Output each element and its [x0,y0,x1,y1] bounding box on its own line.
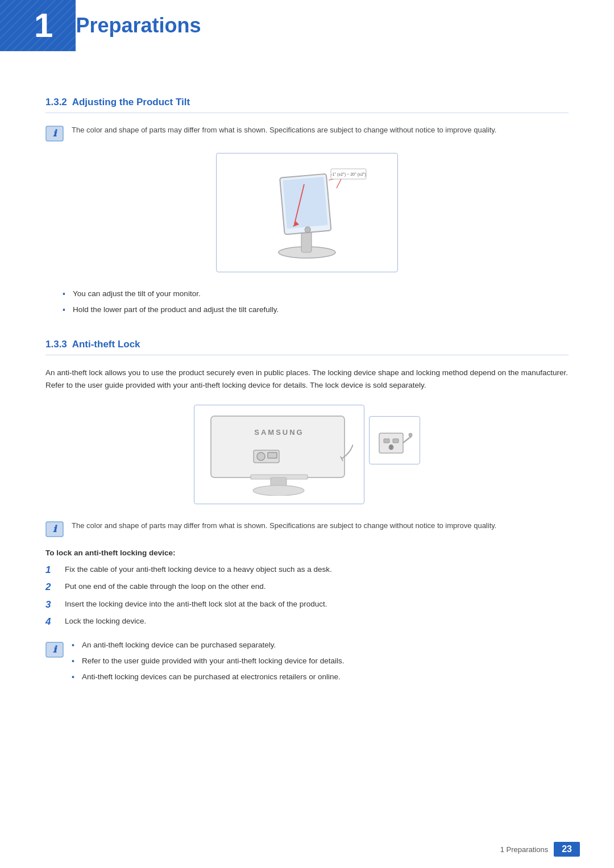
antitheft-lock-box [369,416,420,464]
antitheft-lock-svg [375,422,414,459]
antitheft-monitor-svg: SAMSUNG [205,413,353,496]
lock-steps: 1 Fix the cable of your anti-theft locki… [45,564,569,628]
step-text-4: Lock the locking device. [65,616,146,627]
footer-page-number: 23 [554,842,580,857]
note-icon-final: ℹ [45,642,64,658]
lock-heading: To lock an anti-theft locking device: [45,549,569,557]
svg-point-16 [257,452,265,460]
final-note: ℹ An anti-theft locking device can be pu… [45,639,569,697]
antitheft-body: An anti-theft lock allows you to use the… [45,367,569,393]
section-132-title: Adjusting the Product Tilt [72,97,190,107]
final-bullets: An anti-theft locking device can be purc… [72,639,345,688]
page-content: 1.3.2 Adjusting the Product Tilt ℹ The c… [0,51,614,731]
footer-text: 1 Preparations [500,845,549,854]
svg-rect-22 [379,433,403,453]
tilt-diagram-container: -1° (±2°) ~ 20° (±2°) [45,153,569,272]
note-text-133: The color and shape of parts may differ … [72,520,496,532]
tilt-diagram-box: -1° (±2°) ~ 20° (±2°) [216,153,398,272]
step-number-1: 1 [45,564,61,576]
lock-step-2: 2 Put one end of the cable through the l… [45,581,569,593]
tilt-diagram-svg: -1° (±2°) ~ 20° (±2°) [244,164,370,261]
lock-step-1: 1 Fix the cable of your anti-theft locki… [45,564,569,576]
svg-point-29 [409,433,412,437]
final-bullet-3: Anti-theft locking devices can be purcha… [72,671,345,683]
svg-rect-13 [211,416,345,477]
chapter-title: Preparations [76,0,614,51]
note-box-133: ℹ The color and shape of parts may diffe… [45,520,569,537]
note-text-132: The color and shape of parts may differ … [72,124,496,136]
step-number-3: 3 [45,599,61,611]
section-132-header: 1.3.2 Adjusting the Product Tilt [45,97,569,113]
page-header: 1 Preparations [0,0,614,51]
svg-text:-1° (±2°) ~ 20° (±2°): -1° (±2°) ~ 20° (±2°) [331,172,366,177]
section-133-title: Anti-theft Lock [72,339,140,350]
lock-step-3: 3 Insert the locking device into the ant… [45,599,569,611]
tilt-bullet-2: Hold the lower part of the product and a… [63,304,569,315]
section-132-number: 1.3.2 [45,97,67,107]
svg-point-20 [253,485,304,496]
step-text-2: Put one end of the cable through the loo… [65,581,266,592]
step-text-3: Insert the locking device into the anti-… [65,599,327,610]
svg-rect-27 [390,447,392,450]
note-icon-133: ℹ [45,521,64,537]
lock-step-4: 4 Lock the locking device. [45,616,569,628]
final-bullet-2: Refer to the user guide provided with yo… [72,655,345,667]
svg-rect-23 [384,439,389,443]
svg-line-28 [403,436,412,443]
step-number-2: 2 [45,581,61,593]
svg-text:SAMSUNG: SAMSUNG [254,428,304,437]
svg-rect-17 [268,452,277,458]
section-133-header: 1.3.3 Anti-theft Lock [45,339,569,355]
svg-point-6 [305,227,311,233]
chapter-number: 1 [34,9,53,43]
tilt-bullets: You can adjust the tilt of your monitor.… [63,288,569,316]
antitheft-diagram-container: SAMSUNG [45,405,569,504]
svg-rect-24 [393,439,399,443]
final-bullet-1: An anti-theft locking device can be purc… [72,639,345,651]
step-text-1: Fix the cable of your anti-theft locking… [65,564,332,575]
section-133-number: 1.3.3 [45,339,67,350]
page-footer: 1 Preparations 23 [500,842,580,857]
antitheft-monitor-box: SAMSUNG [194,405,364,504]
step-number-4: 4 [45,616,61,628]
note-box-132: ℹ The color and shape of parts may diffe… [45,124,569,142]
note-icon-132: ℹ [45,126,64,142]
svg-rect-5 [283,177,327,229]
tilt-bullet-1: You can adjust the tilt of your monitor. [63,288,569,300]
